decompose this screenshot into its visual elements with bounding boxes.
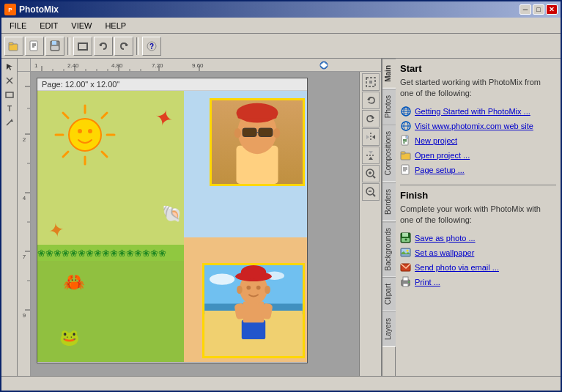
link-page-setup[interactable]: Page setup ... [400,163,556,177]
title-controls: ─ □ ✕ [520,4,558,15]
tab-backgrounds[interactable]: Backgrounds [382,221,396,277]
menu-view[interactable]: VIEW [64,19,98,32]
main-content: T 1 2.40 4.80 7.20 [1,59,561,376]
svg-rect-87 [243,302,265,323]
photo-collage: ✦ ✦ 🐚 ❀❀❀❀❀❀❀❀❀❀❀❀❀❀❀❀ 🦀 [37,91,308,362]
rs-zoom-out-button[interactable] [362,183,380,201]
svg-point-69 [88,129,92,133]
tool-crop[interactable] [3,74,16,87]
link-open-project[interactable]: Open project ... [400,148,556,163]
menu-edit[interactable]: EDIT [33,19,64,32]
tb-undo-button[interactable] [94,37,113,56]
svg-rect-19 [6,92,13,97]
link-new-project[interactable]: New project [400,133,556,148]
finish-section: Finish Complete your work with PhotoMix … [400,190,556,289]
svg-text:7: 7 [23,254,26,260]
tab-compositions[interactable]: Compositions [382,125,396,182]
rs-rotate-left-button[interactable] [362,92,380,109]
rs-rotate-right-button[interactable] [362,110,380,127]
tb-save-button[interactable] [45,37,64,56]
link-send-email[interactable]: Send photo via email ... [400,260,556,275]
canvas-page-label: Page: 12.00" x 12.00" [37,78,307,91]
svg-marker-22 [10,119,13,122]
canvas-area: 1 2.40 4.80 7.20 9.60 [18,59,381,376]
rs-flip-h-button[interactable] [362,128,380,146]
canvas-content: ✦ ✦ 🐚 ❀❀❀❀❀❀❀❀❀❀❀❀❀❀❀❀ 🦀 [37,91,308,362]
menu-help[interactable]: HELP [98,19,133,32]
cursor-info: Cursor: 13.83" x 8.99" [37,362,307,363]
ruler-left: 2 4 7 9 [18,72,31,376]
svg-point-146 [408,281,410,283]
menu-file[interactable]: FILE [3,19,33,32]
svg-rect-76 [243,128,256,136]
svg-point-97 [265,286,270,294]
link-set-wallpaper[interactable]: Set as wallpaper [400,245,556,260]
canvas-scroll[interactable]: Page: 12.00" x 12.00" [31,72,359,376]
side-panel: Main Photos Compositions Borders Backgro… [381,59,561,376]
svg-line-65 [102,113,107,118]
svg-rect-11 [78,43,87,50]
canvas-frame: Page: 12.00" x 12.00" [37,78,308,363]
tab-clipart[interactable]: Clipart [382,277,396,311]
status-bar [1,376,561,391]
tool-rect[interactable] [3,88,16,101]
tab-main[interactable]: Main [382,59,396,89]
close-button[interactable]: ✕ [546,4,558,15]
photo-2[interactable] [202,263,305,358]
svg-rect-130 [401,152,405,154]
tab-borders[interactable]: Borders [382,182,396,221]
svg-point-138 [405,238,407,240]
tb-rect-button[interactable] [73,37,92,56]
svg-text:?: ? [149,42,154,51]
photo-1[interactable] [210,98,305,186]
ruler-top: 1 2.40 4.80 7.20 9.60 [31,59,381,71]
svg-point-96 [237,286,243,294]
maximize-button[interactable]: □ [533,4,544,15]
rs-transform-button[interactable] [362,73,380,91]
frog-decoration: 🐸 [59,328,79,347]
svg-line-63 [63,113,68,118]
rs-flip-v-button[interactable] [362,147,380,164]
svg-marker-106 [369,151,373,154]
svg-text:7.20: 7.20 [152,62,163,69]
tab-strip: Main Photos Compositions Borders Backgro… [382,59,396,376]
tb-help-button[interactable]: ? [142,37,161,56]
tool-select[interactable] [3,60,16,73]
wallpaper-icon [400,247,412,259]
new-icon [400,135,412,147]
svg-text:P: P [8,7,12,13]
finish-desc: Complete your work with PhotoMix with on… [400,204,556,226]
tab-photos[interactable]: Photos [382,89,396,125]
svg-text:T: T [7,105,11,113]
tb-open-button[interactable] [4,37,23,56]
tool-text[interactable]: T [3,102,16,115]
tab-layers[interactable]: Layers [382,311,396,347]
svg-marker-104 [372,135,375,139]
right-tool-strip [359,72,381,376]
rs-zoom-in-button[interactable] [362,165,380,182]
svg-line-66 [63,152,68,157]
svg-line-109 [373,176,375,178]
tb-redo-button[interactable] [114,37,133,56]
svg-rect-75 [237,113,276,119]
link-save-photo[interactable]: Save as photo ... [400,231,556,245]
link-print[interactable]: Print ... [400,275,556,289]
link-getting-started[interactable]: Getting Started with PhotoMix ... [400,104,556,119]
tb-new-button[interactable] [25,37,44,56]
svg-rect-9 [52,41,56,45]
open-icon [400,149,412,161]
sun-decoration [52,102,118,168]
svg-line-113 [373,194,375,196]
svg-text:1: 1 [34,62,38,69]
tb-separator-2 [136,37,139,55]
link-visit-website[interactable]: Visit www.photomix.com web site [400,119,556,133]
svg-text:4: 4 [23,195,26,201]
start-desc: Get started working with PhotoMix from o… [400,77,556,100]
print-icon [400,276,412,288]
svg-text:4.80: 4.80 [111,62,123,69]
svg-point-95 [256,286,261,290]
svg-rect-10 [51,46,59,50]
tool-draw[interactable] [3,116,16,129]
menu-bar: FILE EDIT VIEW HELP [1,18,561,34]
minimize-button[interactable]: ─ [520,4,531,15]
